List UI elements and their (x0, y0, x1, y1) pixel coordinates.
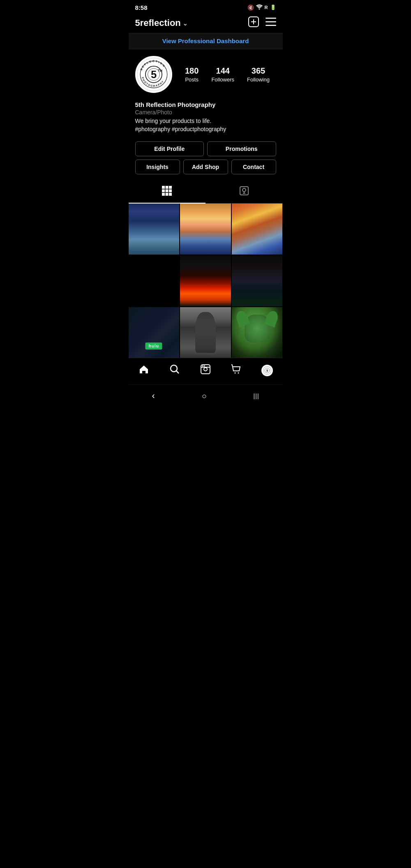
svg-rect-16 (166, 186, 169, 189)
reels-icon (200, 364, 211, 377)
pro-dashboard-link[interactable]: View Professional Dashboard (162, 37, 249, 44)
stats-container: 180 Posts 144 Followers 365 Following (179, 66, 276, 83)
header-actions (248, 16, 276, 30)
following-count: 365 (247, 66, 270, 76)
svg-rect-15 (162, 186, 165, 189)
photo-cell-1[interactable] (180, 204, 231, 255)
profile-section: 5 TH REFLECTION PHOTOGRAPHY (129, 49, 283, 101)
followers-label: Followers (211, 76, 234, 83)
status-bar: 8:58 🔇 R 🔋 (129, 0, 283, 13)
edit-profile-button[interactable]: Edit Profile (135, 141, 204, 156)
following-stat[interactable]: 365 Following (247, 66, 270, 83)
signal-icon: R (265, 5, 268, 10)
svg-text:5: 5 (150, 69, 156, 80)
android-recents-button[interactable]: ||| (249, 391, 264, 401)
action-buttons: Edit Profile Promotions Insights Add Sho… (129, 138, 283, 176)
posts-stat[interactable]: 180 Posts (185, 66, 199, 83)
svg-point-34 (204, 366, 205, 367)
photo-cell-3[interactable] (232, 204, 283, 255)
avatar[interactable]: 5 TH REFLECTION PHOTOGRAPHY (135, 56, 172, 93)
svg-point-25 (242, 188, 246, 192)
add-shop-button[interactable]: Add Shop (183, 160, 228, 174)
svg-point-31 (204, 368, 207, 371)
nav-search[interactable] (166, 361, 184, 380)
header: 5reflection ⌄ (129, 13, 283, 33)
bio-section: 5th Reflection Photography Camera/Photo … (129, 101, 283, 138)
photo-cell-7[interactable] (180, 307, 231, 358)
photo-cell-2[interactable] (129, 204, 180, 255)
profile-bio: We bring your products to life. #photogr… (135, 117, 276, 133)
nav-home[interactable] (135, 361, 153, 380)
photo-cell-8[interactable] (232, 307, 283, 358)
svg-point-35 (235, 373, 236, 374)
following-label: Following (247, 76, 270, 83)
shop-icon (231, 364, 242, 377)
nav-profile[interactable]: 5 (258, 361, 276, 380)
photo-grid: hulu (129, 204, 283, 358)
svg-point-36 (238, 373, 239, 374)
avatar-inner: 5 TH REFLECTION PHOTOGRAPHY (136, 57, 171, 92)
nav-shop[interactable] (227, 361, 245, 380)
photo-cell-4[interactable] (180, 255, 231, 306)
wifi-icon (256, 4, 263, 11)
search-icon (169, 364, 180, 377)
svg-rect-19 (166, 190, 169, 192)
battery-icon: 🔋 (270, 5, 276, 10)
svg-rect-21 (162, 193, 165, 196)
svg-line-29 (176, 371, 179, 373)
svg-text:5: 5 (266, 369, 268, 373)
svg-rect-18 (162, 190, 165, 192)
posts-label: Posts (185, 76, 199, 83)
status-icons: 🔇 R 🔋 (247, 4, 276, 11)
tagged-icon (239, 186, 249, 198)
svg-rect-22 (166, 193, 169, 196)
followers-count: 144 (211, 66, 234, 76)
nav-reels[interactable] (196, 361, 215, 380)
svg-rect-5 (266, 21, 276, 23)
followers-stat[interactable]: 144 Followers (211, 66, 234, 83)
svg-point-33 (202, 366, 203, 367)
svg-rect-17 (169, 186, 172, 189)
android-home-button[interactable]: ○ (197, 390, 212, 403)
insights-button[interactable]: Insights (135, 160, 180, 174)
tab-bar (129, 181, 283, 204)
profile-category: Camera/Photo (135, 109, 276, 116)
home-icon (139, 364, 149, 377)
status-time: 8:58 (135, 4, 148, 11)
posts-count: 180 (185, 66, 199, 76)
svg-rect-23 (169, 193, 172, 196)
profile-stats-row: 5 TH REFLECTION PHOTOGRAPHY (135, 56, 276, 93)
username-container[interactable]: 5reflection ⌄ (135, 18, 188, 28)
android-nav-bar: ‹ ○ ||| (129, 384, 283, 406)
tab-grid[interactable] (129, 181, 206, 203)
mute-icon: 🔇 (247, 5, 254, 11)
contact-button[interactable]: Contact (231, 160, 276, 174)
profile-name: 5th Reflection Photography (135, 101, 276, 108)
promotions-button[interactable]: Promotions (207, 141, 276, 156)
pro-dashboard-banner[interactable]: View Professional Dashboard (129, 33, 283, 49)
username-label: 5reflection (135, 18, 181, 28)
svg-point-0 (259, 9, 260, 10)
add-post-button[interactable] (248, 16, 259, 30)
action-row-2: Insights Add Shop Contact (135, 160, 276, 174)
menu-icon[interactable] (266, 18, 276, 28)
android-back-button[interactable]: ‹ (147, 389, 159, 403)
svg-rect-20 (169, 190, 172, 192)
nav-profile-avatar: 5 (261, 365, 273, 376)
grid-icon (162, 186, 172, 198)
svg-rect-6 (266, 25, 276, 26)
bottom-nav: 5 (129, 358, 283, 384)
svg-rect-4 (266, 18, 276, 19)
tab-tagged[interactable] (206, 181, 283, 203)
chevron-down-icon: ⌄ (182, 19, 188, 27)
photo-cell-5[interactable] (232, 255, 283, 306)
svg-point-28 (171, 365, 177, 372)
action-row-1: Edit Profile Promotions (135, 141, 276, 156)
photo-cell-6[interactable]: hulu (129, 307, 180, 358)
